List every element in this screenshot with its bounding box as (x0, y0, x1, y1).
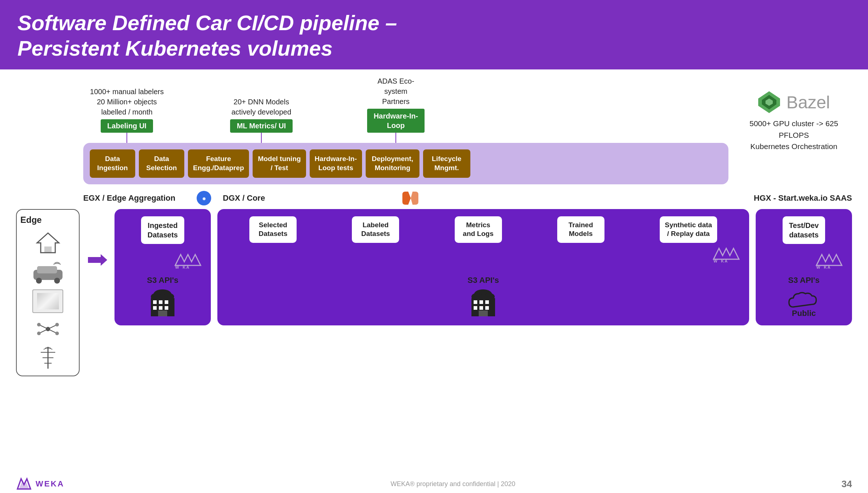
svg-rect-48 (479, 306, 483, 310)
dgx-label: DGX / Core (223, 193, 397, 203)
dgx-storage-box: SelectedDatasets LabeledDatasets Metrics… (217, 209, 749, 325)
labeling-ui-badge: Labeling UI (101, 119, 153, 133)
hgx-storage-box: Test/Devdatasets W_KA S3 API's Public (756, 209, 852, 325)
svg-marker-38 (714, 248, 739, 259)
dgx-s3-label: S3 API's (467, 276, 499, 285)
svg-text:W_KA: W_KA (175, 265, 190, 269)
hgx-s3-label: S3 API's (788, 276, 819, 285)
edge-car-icon (32, 261, 64, 284)
svg-text:W_KA: W_KA (816, 265, 831, 269)
svg-point-18 (37, 332, 41, 335)
ml-metrics-badge: ML Metrics/ UI (230, 119, 292, 133)
hgx-s3-section: S3 API's Public (786, 276, 822, 318)
annotation-group-3: ADAS Eco-systemPartners Hardware-In-Loop (356, 76, 436, 143)
connector-line-1 (126, 133, 127, 143)
bazel-text: Bazel (786, 92, 830, 112)
public-label: Public (792, 309, 816, 318)
svg-rect-45 (479, 300, 483, 304)
cloud-public-icon: Public (786, 287, 822, 318)
cluster-description: 5000+ GPU cluster -> 625 PFLOPSKubernete… (736, 118, 852, 152)
svg-text:⎈: ⎈ (202, 196, 206, 201)
svg-text:W_KA: W_KA (714, 259, 728, 263)
svg-rect-37 (158, 310, 167, 316)
dgx-cards-row: SelectedDatasets LabeledDatasets Metrics… (224, 216, 743, 243)
svg-rect-32 (159, 300, 162, 304)
annotation-text-2: 20+ DNN Modelsactively developed (232, 97, 292, 117)
edge-postal-icon (32, 289, 63, 313)
synthetic-data-card: Synthetic data/ Replay data (660, 216, 717, 243)
footer-page-number: 34 (841, 478, 852, 490)
svg-marker-51 (816, 254, 842, 265)
footer-weka-text: WEKA (36, 479, 64, 489)
test-dev-datasets-card: Test/Devdatasets (783, 216, 825, 244)
svg-rect-33 (165, 300, 168, 304)
footer-weka-logo: WEKA (16, 477, 64, 490)
svg-rect-36 (165, 306, 168, 310)
svg-rect-31 (153, 300, 157, 304)
egx-s3-label: S3 API's (147, 276, 178, 285)
svg-rect-47 (474, 306, 477, 310)
dgx-building-icon (468, 287, 499, 318)
svg-point-19 (55, 332, 59, 335)
right-arrow-icon (86, 253, 108, 267)
pipeline-step-feature-eng: FeatureEngg./Dataprep (188, 149, 249, 177)
edge-tower-icon (37, 345, 59, 370)
svg-rect-8 (37, 266, 57, 273)
bazel-logo: Bazel (758, 91, 830, 114)
kubernetes-icon: ⎈ (196, 190, 212, 206)
dgx-s3-section: S3 API's (224, 276, 743, 318)
pipeline-step-hil-tests: Hardware-In-Loop tests (310, 149, 362, 177)
annotation-group-1: 1000+ manual labelers 20 Million+ object… (87, 87, 167, 143)
svg-rect-34 (153, 306, 157, 310)
hardware-in-loop-badge: Hardware-In-Loop (367, 109, 425, 133)
svg-rect-49 (485, 306, 489, 310)
trained-models-card: TrainedModels (557, 216, 604, 243)
pipeline-step-deployment: Deployment,Monitoring (366, 149, 419, 177)
cluster-info: Bazel 5000+ GPU cluster -> 625 PFLOPSKub… (728, 76, 852, 152)
svg-rect-35 (159, 306, 162, 310)
connector-line-3 (395, 133, 396, 143)
weka-logo-hgx: W_KA (813, 253, 845, 270)
storage-row: Edge (16, 209, 852, 491)
header-section: Software Defined Car CI/CD pipeline – Pe… (0, 0, 868, 69)
hgx-label: HGX - Start.weka.io SAAS (754, 193, 852, 203)
svg-marker-25 (175, 254, 201, 265)
svg-point-17 (55, 323, 59, 326)
annotation-text-3: ADAS Eco-systemPartners (377, 76, 414, 107)
pipeline-step-lifecycle: LifecycleMngmt. (423, 149, 470, 177)
footer: WEKA WEKA® proprietary and confidential … (0, 475, 868, 493)
svg-point-9 (36, 278, 42, 284)
edge-arrow (86, 253, 108, 267)
svg-rect-50 (479, 310, 488, 316)
metrics-logs-card: Metricsand Logs (455, 216, 502, 243)
selected-datasets-card: SelectedDatasets (249, 216, 297, 243)
footer-copyright: WEKA® proprietary and confidential | 202… (391, 480, 515, 488)
annotation-text-1: 1000+ manual labelers 20 Million+ object… (87, 87, 167, 117)
pipeline-step-data-ingestion: DataIngestion (90, 149, 135, 177)
svg-rect-46 (485, 300, 489, 304)
weka-logo-icon (16, 477, 32, 490)
labeled-datasets-card: LabeledDatasets (352, 216, 399, 243)
weka-logo-egx: W_KA (172, 253, 204, 270)
page-title: Software Defined Car CI/CD pipeline – Pe… (17, 10, 851, 61)
edge-panel: Edge (16, 209, 80, 376)
edge-drone-icon (33, 318, 63, 340)
egx-storage-box: IngestedDatasets W_KA S3 API's (114, 209, 211, 325)
pipeline-step-data-selection: DataSelection (139, 149, 184, 177)
svg-point-16 (37, 323, 41, 326)
svg-rect-6 (44, 246, 52, 253)
bazel-icon (758, 91, 781, 114)
section-labels-row: EGX / Edge Aggregation ⎈ DGX / Core HGX … (83, 190, 852, 206)
egx-building-icon (147, 287, 178, 318)
cei-icon (401, 190, 421, 206)
svg-marker-24 (88, 254, 107, 266)
edge-label-text: Edge (20, 215, 42, 225)
edge-house-icon (33, 230, 63, 256)
weka-logo-dgx: W_KA (224, 246, 743, 263)
annotation-group-2: 20+ DNN Modelsactively developed ML Metr… (214, 97, 309, 143)
svg-point-10 (54, 278, 60, 284)
ingested-datasets-card: IngestedDatasets (141, 216, 184, 244)
svg-rect-44 (474, 300, 477, 304)
pipeline-step-model-tuning: Model tuning/ Test (253, 149, 306, 177)
connector-line-2 (261, 133, 262, 143)
